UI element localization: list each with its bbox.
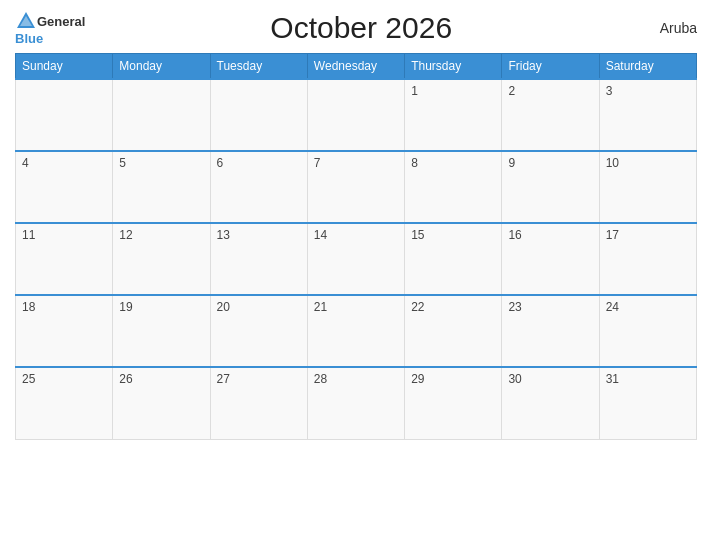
day-number: 27: [217, 372, 230, 386]
calendar-cell: 22: [405, 295, 502, 367]
calendar-cell: 19: [113, 295, 210, 367]
day-number: 11: [22, 228, 35, 242]
week-row-2: 45678910: [16, 151, 697, 223]
calendar-cell: [113, 79, 210, 151]
logo-text-general: General: [37, 15, 85, 28]
col-wednesday: Wednesday: [307, 54, 404, 80]
calendar-cell: 24: [599, 295, 696, 367]
calendar-cell: 1: [405, 79, 502, 151]
day-number: 4: [22, 156, 29, 170]
day-number: 21: [314, 300, 327, 314]
col-saturday: Saturday: [599, 54, 696, 80]
week-row-3: 11121314151617: [16, 223, 697, 295]
calendar-cell: 25: [16, 367, 113, 439]
day-number: 8: [411, 156, 418, 170]
calendar-cell: 31: [599, 367, 696, 439]
calendar-cell: 2: [502, 79, 599, 151]
day-number: 18: [22, 300, 35, 314]
country-label: Aruba: [637, 20, 697, 36]
days-of-week-row: Sunday Monday Tuesday Wednesday Thursday…: [16, 54, 697, 80]
calendar-cell: 27: [210, 367, 307, 439]
calendar-cell: 11: [16, 223, 113, 295]
calendar-cell: 23: [502, 295, 599, 367]
page-title: October 2026: [85, 11, 637, 45]
logo-text-blue: Blue: [15, 32, 43, 45]
calendar-header: Sunday Monday Tuesday Wednesday Thursday…: [16, 54, 697, 80]
day-number: 23: [508, 300, 521, 314]
calendar-cell: 26: [113, 367, 210, 439]
col-thursday: Thursday: [405, 54, 502, 80]
day-number: 7: [314, 156, 321, 170]
calendar-cell: 17: [599, 223, 696, 295]
calendar-cell: 8: [405, 151, 502, 223]
day-number: 26: [119, 372, 132, 386]
calendar-body: 1234567891011121314151617181920212223242…: [16, 79, 697, 439]
calendar-cell: 20: [210, 295, 307, 367]
calendar-cell: [307, 79, 404, 151]
calendar-cell: 18: [16, 295, 113, 367]
day-number: 25: [22, 372, 35, 386]
day-number: 29: [411, 372, 424, 386]
calendar-cell: 28: [307, 367, 404, 439]
week-row-1: 123: [16, 79, 697, 151]
calendar-cell: 30: [502, 367, 599, 439]
day-number: 12: [119, 228, 132, 242]
day-number: 3: [606, 84, 613, 98]
col-tuesday: Tuesday: [210, 54, 307, 80]
day-number: 19: [119, 300, 132, 314]
calendar-cell: 13: [210, 223, 307, 295]
day-number: 15: [411, 228, 424, 242]
logo-icon: [15, 10, 37, 32]
calendar-cell: 10: [599, 151, 696, 223]
day-number: 24: [606, 300, 619, 314]
day-number: 2: [508, 84, 515, 98]
day-number: 13: [217, 228, 230, 242]
calendar-cell: 6: [210, 151, 307, 223]
day-number: 5: [119, 156, 126, 170]
calendar-cell: [16, 79, 113, 151]
calendar-cell: 5: [113, 151, 210, 223]
col-friday: Friday: [502, 54, 599, 80]
day-number: 31: [606, 372, 619, 386]
calendar-cell: 21: [307, 295, 404, 367]
day-number: 1: [411, 84, 418, 98]
day-number: 16: [508, 228, 521, 242]
calendar-cell: 3: [599, 79, 696, 151]
logo: General Blue: [15, 10, 85, 45]
calendar-cell: 12: [113, 223, 210, 295]
calendar-cell: 4: [16, 151, 113, 223]
calendar-cell: 15: [405, 223, 502, 295]
calendar-cell: 29: [405, 367, 502, 439]
col-sunday: Sunday: [16, 54, 113, 80]
day-number: 17: [606, 228, 619, 242]
day-number: 10: [606, 156, 619, 170]
calendar-page: General Blue October 2026 Aruba Sunday M…: [0, 0, 712, 550]
day-number: 6: [217, 156, 224, 170]
day-number: 9: [508, 156, 515, 170]
page-header: General Blue October 2026 Aruba: [15, 10, 697, 45]
col-monday: Monday: [113, 54, 210, 80]
day-number: 22: [411, 300, 424, 314]
day-number: 28: [314, 372, 327, 386]
day-number: 20: [217, 300, 230, 314]
calendar-cell: 14: [307, 223, 404, 295]
day-number: 14: [314, 228, 327, 242]
calendar-cell: 7: [307, 151, 404, 223]
calendar-table: Sunday Monday Tuesday Wednesday Thursday…: [15, 53, 697, 440]
calendar-cell: 9: [502, 151, 599, 223]
week-row-4: 18192021222324: [16, 295, 697, 367]
calendar-cell: 16: [502, 223, 599, 295]
calendar-cell: [210, 79, 307, 151]
day-number: 30: [508, 372, 521, 386]
week-row-5: 25262728293031: [16, 367, 697, 439]
